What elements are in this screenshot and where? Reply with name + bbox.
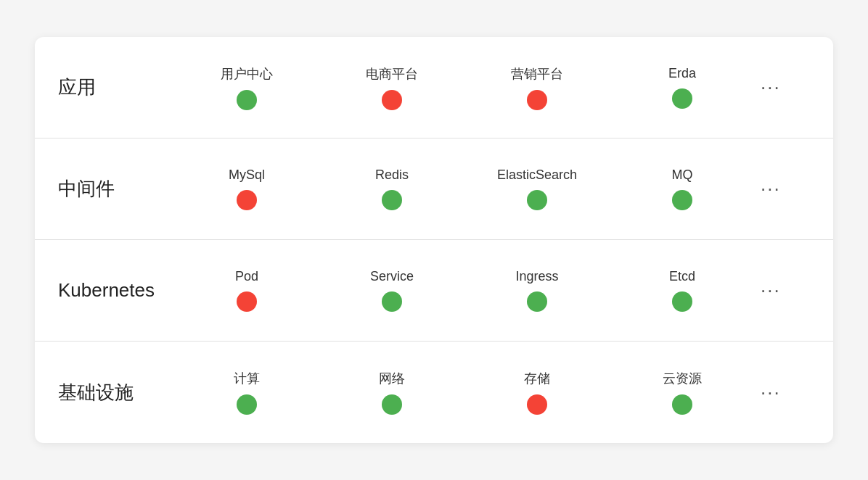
status-dot-2-1 [382,291,402,312]
item-name-2-1: Service [370,269,414,284]
item-3-2[interactable]: 存储 [464,370,610,415]
status-dot-3-2 [527,394,547,415]
status-dot-0-3 [672,88,692,109]
item-2-0[interactable]: Pod [174,269,319,312]
item-3-0[interactable]: 计算 [174,370,319,415]
status-dot-2-2 [527,291,547,312]
item-0-0[interactable]: 用户中心 [174,65,319,110]
item-1-1[interactable]: Redis [319,167,464,210]
item-3-1[interactable]: 网络 [319,370,464,415]
main-container: 应用用户中心电商平台营销平台Erda···中间件MySqlRedisElasti… [35,37,833,443]
status-dot-3-3 [672,394,692,415]
more-button-2[interactable]: ··· [761,279,781,302]
row-1: 中间件MySqlRedisElasticSearchMQ··· [35,138,833,240]
item-name-1-0: MySql [229,167,265,183]
row-label-2: Kubernetes [58,279,174,302]
more-button-3[interactable]: ··· [761,381,781,404]
more-button-1[interactable]: ··· [761,178,781,200]
item-name-1-2: ElasticSearch [497,167,577,183]
item-3-3[interactable]: 云资源 [610,370,755,415]
row-label-0: 应用 [58,75,174,100]
row-0: 应用用户中心电商平台营销平台Erda··· [35,37,833,138]
item-0-2[interactable]: 营销平台 [464,65,610,110]
item-name-0-0: 用户中心 [221,65,273,83]
row-label-3: 基础设施 [58,380,174,405]
item-name-1-1: Redis [375,167,409,183]
more-button-0[interactable]: ··· [761,76,781,99]
item-0-3[interactable]: Erda [610,66,755,109]
item-2-2[interactable]: Ingress [464,269,610,312]
item-name-3-2: 存储 [524,370,550,387]
item-name-3-0: 计算 [234,370,260,387]
item-1-2[interactable]: ElasticSearch [464,167,610,210]
status-dot-1-1 [382,190,402,210]
item-name-2-0: Pod [235,269,258,284]
item-name-3-3: 云资源 [663,370,702,387]
item-2-3[interactable]: Etcd [610,269,755,312]
item-name-0-1: 电商平台 [366,65,418,83]
status-dot-0-2 [527,90,547,110]
item-name-2-2: Ingress [515,269,558,284]
status-dot-3-1 [382,394,402,415]
status-dot-1-3 [672,190,692,210]
item-name-0-3: Erda [668,66,696,81]
item-name-3-1: 网络 [379,370,405,387]
item-name-0-2: 营销平台 [511,65,563,83]
row-items-2: PodServiceIngressEtcd··· [174,269,810,312]
row-items-0: 用户中心电商平台营销平台Erda··· [174,65,810,110]
row-items-1: MySqlRedisElasticSearchMQ··· [174,167,810,210]
row-items-3: 计算网络存储云资源··· [174,370,810,415]
status-dot-2-0 [237,291,257,312]
row-label-1: 中间件 [58,176,174,202]
status-dot-1-2 [527,190,547,210]
item-0-1[interactable]: 电商平台 [319,65,464,110]
row-3: 基础设施计算网络存储云资源··· [35,342,833,443]
item-2-1[interactable]: Service [319,269,464,312]
status-dot-0-1 [382,90,402,110]
item-1-0[interactable]: MySql [174,167,319,210]
item-1-3[interactable]: MQ [610,167,755,210]
status-dot-0-0 [237,90,257,110]
item-name-2-3: Etcd [669,269,695,284]
item-name-1-3: MQ [672,167,693,183]
row-2: KubernetesPodServiceIngressEtcd··· [35,240,833,342]
status-dot-2-3 [672,291,692,312]
status-dot-1-0 [237,190,257,210]
status-dot-3-0 [237,394,257,415]
